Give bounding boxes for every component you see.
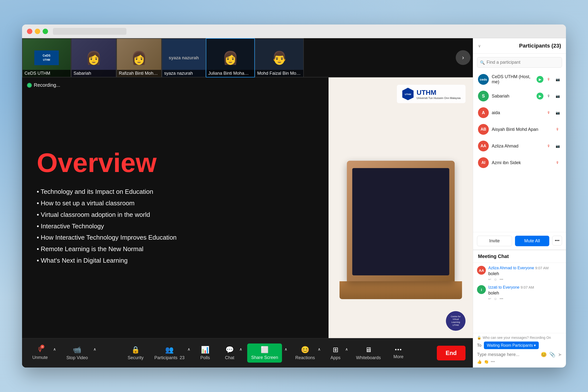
participant-name: Juliana Binti Mohamed xyxy=(206,70,254,77)
toolbar-right: End xyxy=(437,346,466,360)
search-box: 🔍 xyxy=(477,57,562,68)
mic-muted-icon: 🎙 xyxy=(545,142,552,150)
participants-label: Participants 23 xyxy=(154,355,184,360)
message-actions: ↩ ☺ ••• xyxy=(488,297,562,300)
apps-caret-icon[interactable]: ∧ xyxy=(345,347,348,352)
react-icon[interactable]: ☺ xyxy=(494,277,497,281)
apps-button[interactable]: ⊞ Apps xyxy=(326,344,345,362)
avatar: S xyxy=(478,91,489,102)
chat-reactions: 👍 👏 ••• xyxy=(477,358,562,365)
chat-message: AA Azliza Ahmad to Everyone 9:07 AM bole… xyxy=(477,266,562,281)
participants-icon: 👥 xyxy=(165,346,174,354)
right-panel: ∨ Participants (23) 🔍 ceds CeDS UTHM (Ho… xyxy=(473,38,566,368)
participant-thumb[interactable]: 👩 Rafizah Binti Mohd Ha... xyxy=(116,38,162,78)
participant-search-input[interactable] xyxy=(477,57,562,68)
lock-icon: 🔒 xyxy=(477,336,481,340)
chat-caret-icon[interactable]: ∧ xyxy=(239,347,242,352)
reply-icon[interactable]: ↩ xyxy=(488,277,491,281)
reactions-caret-icon[interactable]: ∧ xyxy=(318,347,321,352)
maximize-button[interactable] xyxy=(43,29,48,34)
more-react-icon[interactable]: ••• xyxy=(491,360,495,364)
more-actions-icon[interactable]: ••• xyxy=(500,297,503,300)
participant-controls: 🎙 xyxy=(554,159,561,166)
participant-name: CeDS UTHM xyxy=(22,70,70,77)
list-item: AB Aisyah Binti Mohd Apan 🎙 xyxy=(475,121,564,138)
chat-messages: AA Azliza Ahmad to Everyone 9:07 AM bole… xyxy=(473,263,566,333)
send-icon[interactable]: ➤ xyxy=(558,352,562,358)
security-icon: 🔒 xyxy=(131,346,140,354)
clap-icon[interactable]: 👏 xyxy=(484,360,489,364)
stop-video-label: Stop Video xyxy=(66,355,88,360)
share-screen-label: Share Screen xyxy=(251,355,278,360)
mute-all-button[interactable]: Mute All xyxy=(515,236,550,246)
toolbar: 🎙 ✕ Unmute ∧ 📹 Stop Video ∧ xyxy=(22,338,473,368)
emoji-icon[interactable]: 😊 xyxy=(541,352,547,358)
chat-button[interactable]: 💬 Chat xyxy=(220,344,239,362)
svg-text:UTHM: UTHM xyxy=(405,93,411,96)
polls-icon: 📊 xyxy=(201,346,210,354)
more-label: More xyxy=(394,354,404,360)
message-to: to Everyone xyxy=(513,266,535,270)
message-header: Azliza Ahmad to Everyone 9:07 AM xyxy=(488,266,562,270)
more-icon: ••• xyxy=(395,346,402,353)
to-label: To xyxy=(477,343,482,348)
more-options-button[interactable]: ••• xyxy=(552,236,562,246)
chat-message: I Izzati to Everyone 9:07 AM boleh ↩ ☺ xyxy=(477,285,562,300)
bullet-item: Virtual classroom adoption in the world xyxy=(37,209,314,220)
whiteboards-button[interactable]: 🖥 Whiteboards xyxy=(353,344,384,362)
participant-thumb[interactable]: 👩 Juliana Binti Mohamed xyxy=(206,38,255,78)
share-caret-icon[interactable]: ∧ xyxy=(284,347,288,352)
participant-thumb[interactable]: syaza nazurah syaza nazurah xyxy=(162,38,206,78)
message-time: 9:07 AM xyxy=(520,285,534,289)
svg-text:CeDS: CeDS xyxy=(43,54,50,57)
uthm-text: UTHM Universiti Tun Hussein Onn Malaysia xyxy=(416,89,460,100)
message-input[interactable] xyxy=(477,352,539,357)
reactions-button[interactable]: 😊 Reactions xyxy=(292,344,318,362)
bullet-item: Technology and its Impact on Education xyxy=(37,186,314,198)
uthm-shield-icon: UTHM xyxy=(402,87,414,101)
more-button[interactable]: ••• More xyxy=(388,344,408,362)
list-item: A aida 🎙 📷 xyxy=(475,104,564,121)
message-input-row: 😊 📎 ➤ xyxy=(477,352,562,358)
recording-badge: Recording... xyxy=(27,82,60,88)
participant-thumb[interactable]: 👩 Sabariah xyxy=(71,38,116,78)
participants-button[interactable]: 👥 Participants 23 xyxy=(152,344,188,362)
participant-controls: ▶ 🎙 📷 xyxy=(536,92,561,100)
unmute-caret-icon[interactable]: ∧ xyxy=(53,347,56,352)
unmute-label: Unmute xyxy=(32,355,48,360)
thumbs-up-icon[interactable]: 👍 xyxy=(477,360,482,364)
next-participants-button[interactable]: › xyxy=(456,50,470,65)
unmute-button[interactable]: 🎙 ✕ Unmute xyxy=(30,344,51,362)
end-button[interactable]: End xyxy=(437,346,466,360)
video-caret-icon[interactable]: ∧ xyxy=(93,347,96,352)
react-icon[interactable]: ☺ xyxy=(494,297,497,300)
participants-section: ∨ Participants (23) 🔍 ceds CeDS UTHM (Ho… xyxy=(473,38,566,250)
close-button[interactable] xyxy=(27,29,32,34)
invite-button[interactable]: Invite xyxy=(477,236,512,246)
bullet-item: What's Next in Digital Learning xyxy=(37,255,314,266)
chat-panel-header: Meeting Chat xyxy=(473,250,566,263)
slide-title: Overview xyxy=(37,149,314,176)
slide-content: Recording... Overview Technology and its… xyxy=(22,78,328,338)
polls-button[interactable]: 📊 Polls xyxy=(195,344,215,362)
minimize-button[interactable] xyxy=(35,29,40,34)
slide-background: UTHM UTHM Universiti Tun Hussein Onn Mal… xyxy=(328,78,473,338)
bullet-item: How Interactive Technology Improves Educ… xyxy=(37,232,314,243)
more-actions-icon[interactable]: ••• xyxy=(500,277,503,281)
chat-icon: 💬 xyxy=(226,346,234,354)
chat-footer: 🔒 Who can see your messages? Recording O… xyxy=(473,333,566,368)
share-screen-button[interactable]: ⬜ Share Screen xyxy=(247,344,282,362)
reply-icon[interactable]: ↩ xyxy=(488,297,491,300)
security-button[interactable]: 🔒 Security xyxy=(125,344,146,362)
file-icon[interactable]: 📎 xyxy=(549,352,556,358)
chevron-collapse-icon[interactable]: ∨ xyxy=(478,44,481,48)
participant-thumb[interactable]: 👨 Mohd Faizal Bin Moha... xyxy=(255,38,304,78)
stop-video-button[interactable]: 📹 Stop Video xyxy=(64,344,91,362)
whiteboards-label: Whiteboards xyxy=(356,355,381,360)
svg-text:UTHM: UTHM xyxy=(43,58,50,61)
mic-muted-icon: 🎙 xyxy=(554,159,561,166)
to-recipients-button[interactable]: Waiting Room Participants ▾ xyxy=(484,342,539,349)
participant-thumb[interactable]: CeDS UTHM CeDS UTHM xyxy=(22,38,71,78)
recording-text: Recording... xyxy=(34,82,60,88)
participants-caret-icon[interactable]: ∧ xyxy=(188,347,190,352)
